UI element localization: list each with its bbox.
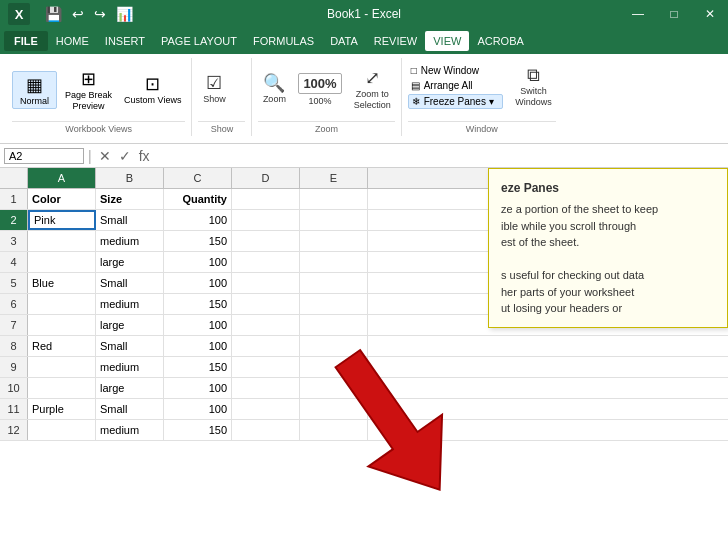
switch-windows-button[interactable]: ⧉ SwitchWindows (511, 64, 556, 110)
cell-b12[interactable]: medium (96, 420, 164, 440)
menu-home[interactable]: HOME (48, 31, 97, 51)
cell-a8[interactable]: Red (28, 336, 96, 356)
cell-a2[interactable]: Pink (28, 210, 96, 230)
normal-view-button[interactable]: ▦ Normal (12, 71, 57, 109)
cell-d7[interactable] (232, 315, 300, 335)
cell-d1[interactable] (232, 189, 300, 209)
col-header-c[interactable]: C (164, 168, 232, 188)
cell-b4[interactable]: large (96, 252, 164, 272)
page-break-preview-button[interactable]: ⊞ Page BreakPreview (61, 66, 116, 114)
cell-e3[interactable] (300, 231, 368, 251)
formula-input[interactable] (157, 149, 724, 163)
cell-d8[interactable] (232, 336, 300, 356)
cell-b10[interactable]: large (96, 378, 164, 398)
save-quick-btn[interactable]: 💾 (42, 6, 65, 22)
cell-c5[interactable]: 100 (164, 273, 232, 293)
zoom-button[interactable]: 🔍 Zoom (258, 72, 290, 107)
freeze-panes-button[interactable]: ❄ Freeze Panes ▾ (408, 94, 503, 109)
cell-d12[interactable] (232, 420, 300, 440)
cell-c1[interactable]: Quantity (164, 189, 232, 209)
new-window-label: New Window (421, 65, 479, 76)
cell-d2[interactable] (232, 210, 300, 230)
cell-c6[interactable]: 150 (164, 294, 232, 314)
cell-a7[interactable] (28, 315, 96, 335)
arrange-all-button[interactable]: ▤ Arrange All (408, 79, 503, 92)
cell-d6[interactable] (232, 294, 300, 314)
cell-b5[interactable]: Small (96, 273, 164, 293)
col-header-e[interactable]: E (300, 168, 368, 188)
ribbon-group-zoom: 🔍 Zoom 100% 100% ⤢ Zoom toSelection Zoom (252, 58, 401, 136)
cell-a5[interactable]: Blue (28, 273, 96, 293)
menu-page-layout[interactable]: PAGE LAYOUT (153, 31, 245, 51)
col-header-a[interactable]: A (28, 168, 96, 188)
menu-file[interactable]: FILE (4, 31, 48, 51)
menu-review[interactable]: REVIEW (366, 31, 425, 51)
name-box[interactable] (4, 148, 84, 164)
cell-c12[interactable]: 150 (164, 420, 232, 440)
cell-e5[interactable] (300, 273, 368, 293)
cancel-formula-btn[interactable]: ✕ (96, 148, 114, 164)
cell-d11[interactable] (232, 399, 300, 419)
cell-b11[interactable]: Small (96, 399, 164, 419)
cell-b6[interactable]: medium (96, 294, 164, 314)
confirm-formula-btn[interactable]: ✓ (116, 148, 134, 164)
maximize-btn[interactable]: □ (656, 0, 692, 28)
cell-e4[interactable] (300, 252, 368, 272)
cell-e6[interactable] (300, 294, 368, 314)
cell-a10[interactable] (28, 378, 96, 398)
cell-b2[interactable]: Small (96, 210, 164, 230)
cell-c8[interactable]: 100 (164, 336, 232, 356)
custom-views-button[interactable]: ⊡ Custom Views (120, 71, 185, 108)
menu-insert[interactable]: INSERT (97, 31, 153, 51)
close-btn[interactable]: ✕ (692, 0, 728, 28)
cell-e8[interactable] (300, 336, 368, 356)
cell-c9[interactable]: 150 (164, 357, 232, 377)
cell-c3[interactable]: 150 (164, 231, 232, 251)
cell-b7[interactable]: large (96, 315, 164, 335)
cell-e2[interactable] (300, 210, 368, 230)
cell-b3[interactable]: medium (96, 231, 164, 251)
cell-e7[interactable] (300, 315, 368, 335)
insert-function-btn[interactable]: fx (136, 148, 153, 164)
cell-a6[interactable] (28, 294, 96, 314)
chart-quick-btn[interactable]: 📊 (113, 6, 136, 22)
menu-view[interactable]: VIEW (425, 31, 469, 51)
cell-b9[interactable]: medium (96, 357, 164, 377)
col-header-b[interactable]: B (96, 168, 164, 188)
new-window-button[interactable]: □ New Window (408, 64, 503, 77)
cell-a4[interactable] (28, 252, 96, 272)
cell-e11[interactable] (300, 399, 368, 419)
cell-d4[interactable] (232, 252, 300, 272)
cell-c10[interactable]: 100 (164, 378, 232, 398)
menu-data[interactable]: DATA (322, 31, 366, 51)
cell-e12[interactable] (300, 420, 368, 440)
cell-a3[interactable] (28, 231, 96, 251)
cell-e9[interactable] (300, 357, 368, 377)
show-button[interactable]: ☑ Show (198, 72, 230, 107)
cell-a11[interactable]: Purple (28, 399, 96, 419)
zoom-100-button[interactable]: 100% 100% (294, 71, 345, 109)
cell-b8[interactable]: Small (96, 336, 164, 356)
menu-formulas[interactable]: FORMULAS (245, 31, 322, 51)
undo-quick-btn[interactable]: ↩ (69, 6, 87, 22)
cell-d10[interactable] (232, 378, 300, 398)
cell-c4[interactable]: 100 (164, 252, 232, 272)
col-header-d[interactable]: D (232, 168, 300, 188)
cell-c7[interactable]: 100 (164, 315, 232, 335)
cell-d3[interactable] (232, 231, 300, 251)
minimize-btn[interactable]: — (620, 0, 656, 28)
cell-e10[interactable] (300, 378, 368, 398)
menu-acrobat[interactable]: ACROBA (469, 31, 531, 51)
cell-c11[interactable]: 100 (164, 399, 232, 419)
cell-e1[interactable] (300, 189, 368, 209)
cell-c2[interactable]: 100 (164, 210, 232, 230)
cell-d5[interactable] (232, 273, 300, 293)
cell-a9[interactable] (28, 357, 96, 377)
cell-b1[interactable]: Size (96, 189, 164, 209)
zoom-selection-button[interactable]: ⤢ Zoom toSelection (350, 67, 395, 113)
redo-quick-btn[interactable]: ↪ (91, 6, 109, 22)
freeze-panes-tooltip: eze Panes ze a portion of the sheet to k… (488, 168, 728, 328)
cell-a1[interactable]: Color (28, 189, 96, 209)
cell-a12[interactable] (28, 420, 96, 440)
cell-d9[interactable] (232, 357, 300, 377)
